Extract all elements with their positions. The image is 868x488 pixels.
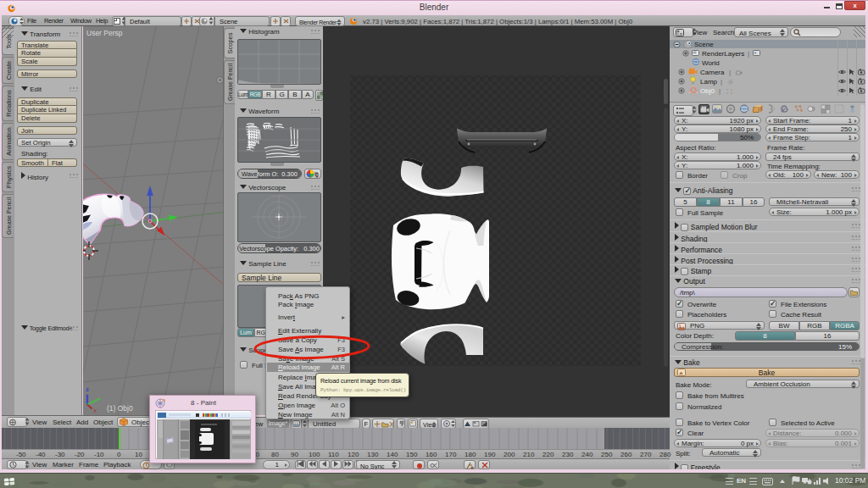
svg-text:z: z xyxy=(86,385,89,393)
svg-text:(1) Obj0: (1) Obj0 xyxy=(107,404,133,413)
svg-text:x: x xyxy=(94,408,97,413)
svg-text:User Persp: User Persp xyxy=(86,29,123,37)
